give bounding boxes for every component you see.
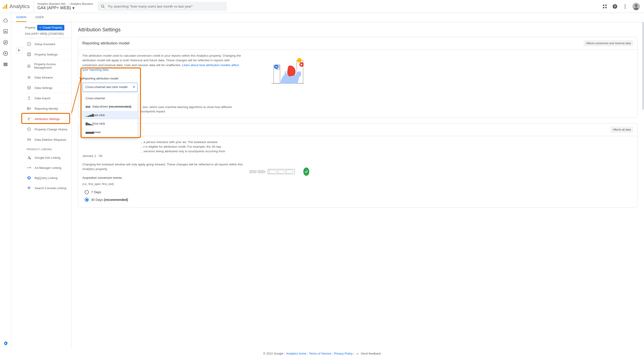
dd-item-last-click[interactable]: ▁▃▅▇Last click: [82, 111, 138, 119]
svg-line-1: [104, 7, 105, 8]
affects-badge: Affects all data: [610, 127, 634, 133]
feedback-icon: ▭: [356, 352, 359, 355]
help-icon[interactable]: ?: [612, 4, 618, 9]
radio-30-days[interactable]: 30 Days (recommended): [82, 196, 244, 204]
property-switcher[interactable]: Analytics Boosters Net… › Analytics Boos…: [34, 2, 97, 10]
footer-privacy[interactable]: Privacy Policy: [334, 352, 353, 355]
bars-descending-icon: ▇▅▃▁: [86, 122, 89, 125]
svg-rect-3: [605, 4, 607, 6]
svg-rect-20: [4, 63, 7, 64]
svg-point-38: [28, 167, 28, 169]
sidebar-item-google-ads[interactable]: Google Ads Linking: [25, 153, 71, 163]
footer-analytics-home[interactable]: Analytics home: [286, 352, 306, 355]
admin-gear-icon[interactable]: [3, 341, 8, 346]
create-property-button[interactable]: + Create Property: [37, 25, 64, 30]
logo-area[interactable]: Analytics: [3, 0, 34, 13]
radio-checked-icon: [85, 198, 89, 202]
sidebar-item-ad-manager[interactable]: Ad Manager Linking: [25, 163, 71, 173]
back-button[interactable]: [16, 47, 22, 53]
lookback-illustration: [249, 140, 309, 204]
svg-point-28: [28, 76, 28, 77]
admin-sidebar: Property + Create Property GA4 (APP+ WEB…: [11, 22, 72, 349]
card-title: Reporting attribution model: [82, 41, 130, 46]
svg-rect-43: [28, 188, 29, 189]
svg-point-10: [624, 7, 626, 8]
svg-rect-44: [29, 188, 30, 189]
sidebar-item-property-access[interactable]: Property Access Management: [25, 60, 71, 72]
search-input[interactable]: [108, 4, 224, 8]
svg-point-40: [28, 177, 30, 178]
affects-badge: Affects conversion and revenue data: [584, 40, 633, 46]
scrollbar[interactable]: [642, 22, 644, 110]
ad-manager-icon: [27, 166, 31, 170]
svg-point-29: [30, 77, 30, 78]
footer-feedback[interactable]: Send feedback: [361, 352, 381, 355]
footer: © 2022 Google| Analytics home| Terms of …: [0, 349, 644, 358]
tab-admin[interactable]: ADMIN: [16, 13, 26, 22]
property-label: Property: [25, 26, 35, 29]
home-icon[interactable]: [3, 17, 8, 23]
streams-icon: [27, 75, 31, 80]
apps-icon[interactable]: [602, 4, 608, 9]
user-avatar[interactable]: [632, 3, 640, 10]
plus-icon: +: [40, 26, 41, 29]
database-icon: [27, 85, 31, 90]
google-ads-icon: [27, 155, 31, 160]
sidebar-item-data-import[interactable]: Data Import: [25, 93, 71, 103]
search-box[interactable]: [98, 2, 227, 11]
app-header: Analytics Analytics Boosters Net… › Anal…: [0, 0, 644, 13]
explore-icon[interactable]: [3, 40, 8, 45]
bars-equal-icon: ▅▅▅▅: [86, 131, 89, 134]
configure-icon[interactable]: [3, 62, 8, 67]
search-console-icon: [27, 186, 31, 190]
admin-tabs: ADMIN USER: [11, 13, 644, 22]
sidebar-item-setup-assistant[interactable]: Setup Assistant: [25, 39, 71, 49]
attribution-model-dropdown[interactable]: Cross-channel last click model ▾: [82, 83, 138, 92]
sidebar-item-property-settings[interactable]: Property Settings: [25, 49, 71, 60]
svg-point-8: [624, 4, 626, 5]
dd-item-linear[interactable]: ▅▅▅▅Linear: [82, 128, 138, 136]
breadcrumb: Analytics Boosters Net… › Analytics Boos…: [37, 2, 93, 5]
sidebar-item-data-streams[interactable]: Data Streams: [25, 72, 71, 83]
tab-user[interactable]: USER: [35, 13, 44, 22]
svg-point-30: [28, 78, 29, 79]
sidebar-item-data-settings[interactable]: Data Settings: [25, 83, 71, 93]
model-field-label: Reporting attribution model: [82, 76, 244, 81]
svg-rect-21: [4, 64, 7, 65]
main-content: Attribution Settings Reporting attributi…: [72, 22, 644, 349]
lookback-window-card: Lookback window Affects all data …a pers…: [78, 123, 638, 207]
product-linking-section: PRODUCT LINKING: [25, 145, 71, 153]
svg-point-31: [28, 86, 30, 87]
property-name: GA4 (APP+ WEB): [37, 5, 71, 10]
reports-icon[interactable]: [3, 28, 8, 34]
svg-text:?: ?: [614, 4, 616, 8]
annotation-highlight: [21, 113, 70, 124]
sidebar-item-bigquery[interactable]: BigQuery Linking: [25, 173, 71, 183]
people-icon: [27, 64, 31, 68]
sidebar-item-search-console[interactable]: Search Console Linking: [25, 183, 71, 193]
sidebar-item-reporting-identity[interactable]: Reporting Identity: [25, 103, 71, 114]
svg-point-39: [30, 167, 31, 169]
bigquery-icon: [27, 176, 31, 180]
svg-rect-23: [28, 42, 31, 46]
dd-item-data-driven[interactable]: ▮▮▮Data-driven (recommended): [82, 102, 138, 111]
brand-text: Analytics: [10, 3, 30, 9]
sidebar-item-change-history[interactable]: Property Change History: [25, 124, 71, 135]
more-icon[interactable]: [622, 4, 628, 9]
sidebar-item-data-deletion[interactable]: DdData Deletion Requests: [25, 135, 71, 145]
svg-point-34: [30, 108, 31, 109]
svg-rect-42: [28, 187, 30, 188]
page-title: Attribution Settings: [78, 27, 638, 33]
svg-rect-4: [603, 7, 604, 8]
svg-rect-32: [28, 107, 28, 109]
radio-7-days[interactable]: 7 Days: [82, 188, 244, 196]
footer-tos[interactable]: Terms of Service: [309, 352, 332, 355]
svg-rect-24: [28, 53, 31, 56]
svg-rect-33: [28, 109, 28, 110]
identity-icon: [27, 106, 31, 111]
advertising-icon[interactable]: [3, 51, 8, 56]
dd-item-first-click[interactable]: ▇▅▃▁First click: [82, 119, 138, 128]
radio-icon: [85, 190, 89, 194]
svg-point-18: [3, 40, 8, 44]
svg-rect-2: [603, 4, 604, 6]
